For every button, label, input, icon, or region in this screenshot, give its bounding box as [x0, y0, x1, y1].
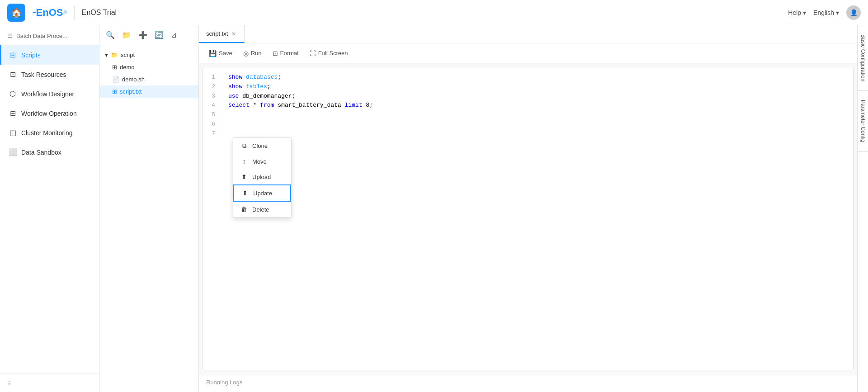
editor-area: script.txt ✕ 💾 Save ◎ Run ⊡ Format ⛶ Ful…	[199, 25, 857, 392]
add-button[interactable]: ➕	[137, 29, 149, 41]
navbar: 🏠 ••• EnOS ® EnOS Trial Help ▾ English ▾…	[0, 0, 868, 25]
code-line-5	[228, 110, 846, 120]
sidebar-item-workflow-designer[interactable]: ⬡ Workflow Designer	[0, 84, 99, 104]
sidebar-header-icon: ☰	[7, 33, 13, 39]
code-content: 1 2 3 4 5 6 7 show databases; show table…	[203, 67, 853, 144]
sidebar-item-scripts[interactable]: ⊞ Scripts	[0, 45, 99, 65]
sidebar: ☰ Batch Data Proce... ⊞ Scripts ⊡ Task R…	[0, 25, 99, 392]
running-logs: Running Logs	[199, 374, 857, 392]
search-button[interactable]: 🔍	[104, 29, 117, 41]
tab-script-txt[interactable]: script.txt ✕	[199, 25, 245, 43]
tab-parameter-config[interactable]: Parameter Config	[858, 91, 868, 152]
tab-close-button[interactable]: ✕	[231, 31, 237, 37]
upload-icon: ⬆	[241, 173, 248, 180]
file-tree: ▾ 📁 script ⊞ demo 📄 demo.sh ⊞ script.txt	[99, 45, 198, 392]
delete-icon: 🗑	[241, 206, 248, 213]
save-button[interactable]: 💾 Save	[204, 47, 237, 59]
filter-button[interactable]: ⊿	[169, 29, 179, 41]
avatar[interactable]: 👤	[846, 5, 861, 20]
data-sandbox-icon: ⬜	[9, 148, 17, 156]
tab-bar: script.txt ✕	[199, 25, 857, 43]
code-line-4: select * from smart_battery_data limit 8…	[228, 101, 846, 110]
editor-toolbar: 💾 Save ◎ Run ⊡ Format ⛶ Full Screen	[199, 43, 857, 63]
clone-icon: ⧉	[241, 142, 248, 150]
fullscreen-button[interactable]: ⛶ Full Screen	[305, 47, 353, 59]
sidebar-item-cluster-monitoring[interactable]: ◫ Cluster Monitoring	[0, 123, 99, 142]
sidebar-header: ☰ Batch Data Proce...	[0, 25, 99, 45]
context-menu-delete[interactable]: 🗑 Delete	[233, 202, 291, 217]
line-numbers: 1 2 3 4 5 6 7	[203, 73, 221, 139]
home-icon[interactable]: 🏠	[7, 4, 25, 22]
context-menu-update[interactable]: ⬆ Update	[233, 184, 291, 202]
enos-brand: ••• EnOS ®	[33, 7, 67, 19]
context-menu-move[interactable]: ↕ Move	[233, 154, 291, 169]
code-lines: show databases; show tables; use db_demo…	[221, 73, 853, 139]
code-editor[interactable]: 1 2 3 4 5 6 7 show databases; show table…	[203, 67, 854, 370]
nav-title: EnOS Trial	[82, 9, 117, 17]
sidebar-item-task-resources[interactable]: ⊡ Task Resources	[0, 65, 99, 84]
context-menu-clone[interactable]: ⧉ Clone	[233, 138, 291, 154]
workflow-designer-icon: ⬡	[9, 90, 17, 98]
tab-basic-configuration[interactable]: Basic Configuration	[858, 25, 868, 91]
move-icon: ↕	[241, 158, 248, 165]
folder-collapse-icon: ▾	[105, 52, 108, 58]
cluster-monitoring-icon: ◫	[9, 128, 17, 137]
update-icon: ⬆	[241, 189, 249, 197]
folder-icon: 📁	[111, 52, 118, 58]
sidebar-item-data-sandbox[interactable]: ⬜ Data Sandbox	[0, 142, 99, 162]
file-demo-sh-icon: 📄	[112, 76, 119, 83]
context-menu-upload[interactable]: ⬆ Upload	[233, 169, 291, 184]
file-demo-icon: ⊞	[112, 64, 117, 71]
file-item-demo-sh[interactable]: 📄 demo.sh	[99, 73, 198, 85]
right-panel: Basic Configuration Parameter Config	[857, 25, 868, 392]
save-icon: 💾	[209, 50, 217, 57]
code-line-6	[228, 120, 846, 129]
code-line-3: use db_demomanager;	[228, 92, 846, 101]
file-toolbar: 🔍 📁 ➕ 🔄 ⊿	[99, 25, 198, 45]
code-line-1: show databases;	[228, 73, 846, 82]
run-button[interactable]: ◎ Run	[239, 47, 266, 59]
root-folder[interactable]: ▾ 📁 script	[99, 49, 198, 61]
lang-menu[interactable]: English ▾	[813, 9, 839, 16]
run-icon: ◎	[243, 50, 249, 57]
fullscreen-icon: ⛶	[310, 50, 316, 57]
file-script-txt-icon: ⊞	[112, 88, 117, 95]
format-button[interactable]: ⊡ Format	[268, 47, 303, 59]
help-menu[interactable]: Help ▾	[788, 9, 806, 16]
nav-right: Help ▾ English ▾ 👤	[788, 5, 861, 20]
task-resources-icon: ⊡	[9, 70, 17, 79]
sidebar-footer[interactable]: ≡	[0, 373, 99, 392]
code-line-7	[228, 129, 846, 139]
main-layout: ☰ Batch Data Proce... ⊞ Scripts ⊡ Task R…	[0, 25, 868, 392]
scripts-icon: ⊞	[9, 51, 17, 59]
format-icon: ⊡	[273, 50, 278, 57]
nav-divider	[74, 6, 75, 19]
file-item-script-txt[interactable]: ⊞ script.txt	[99, 85, 198, 98]
file-panel: 🔍 📁 ➕ 🔄 ⊿ ▾ 📁 script ⊞ demo 📄 demo.sh ⊞	[99, 25, 199, 392]
logo: 🏠	[7, 4, 25, 22]
file-item-demo[interactable]: ⊞ demo	[99, 61, 198, 73]
workflow-operation-icon: ⊟	[9, 109, 17, 118]
new-folder-button[interactable]: 📁	[120, 29, 133, 41]
code-line-2: show tables;	[228, 82, 846, 92]
sidebar-item-workflow-operation[interactable]: ⊟ Workflow Operation	[0, 104, 99, 123]
refresh-button[interactable]: 🔄	[153, 29, 165, 41]
context-menu: ⧉ Clone ↕ Move ⬆ Upload ⬆ Update 🗑 Delet…	[233, 137, 292, 217]
